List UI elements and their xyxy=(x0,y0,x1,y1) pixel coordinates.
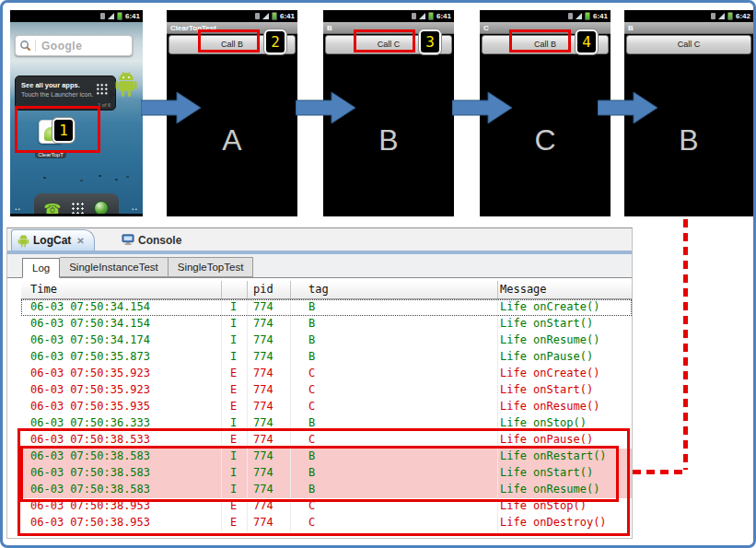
usb-icon xyxy=(412,13,416,19)
step-arrow-icon xyxy=(141,91,202,124)
tab-logcat[interactable]: LogCat ✕ xyxy=(11,229,95,251)
console-icon xyxy=(122,234,134,246)
log-row[interactable]: 06-03 07:50:34.174I774BLife onResume() xyxy=(21,332,632,349)
step-badge-4: 4 xyxy=(576,29,598,54)
clock-label: 6:41 xyxy=(125,10,140,22)
log-row[interactable]: 06-03 07:50:35.923E774CLife onStart() xyxy=(21,382,632,399)
google-logo-text: Google xyxy=(36,40,82,52)
log-row[interactable]: 06-03 07:50:35.935E774CLife onResume() xyxy=(21,399,632,415)
signal-icon xyxy=(576,13,582,19)
activity-letter: B xyxy=(323,123,454,157)
log-cell-level: E xyxy=(222,432,248,449)
log-cell-tag: B xyxy=(291,332,498,349)
filter-tab-bar: Log SingleInstanceTest SingleTopTest xyxy=(7,254,632,278)
log-row[interactable]: 06-03 07:50:38.583I774BLife onResume() xyxy=(21,482,632,498)
dock-dots-right: .. xyxy=(132,203,138,212)
tab-logcat-label: LogCat xyxy=(33,234,71,247)
log-cell-tag: B xyxy=(291,465,498,482)
log-cell-tag: C xyxy=(291,366,498,382)
google-search-widget[interactable]: Google xyxy=(15,35,133,56)
view-tab-bar: LogCat ✕ Console xyxy=(7,228,632,251)
log-row[interactable]: 06-03 07:50:38.953E774CLife onDestroy() xyxy=(21,515,632,531)
log-cell-tag: B xyxy=(291,299,498,316)
tab-singleinstancetest[interactable]: SingleInstanceTest xyxy=(60,257,169,277)
log-cell-time: 06-03 07:50:38.953 xyxy=(21,498,222,515)
log-cell-time: 06-03 07:50:38.533 xyxy=(21,432,222,449)
column-header-tag[interactable]: tag xyxy=(291,281,498,298)
log-cell-time: 06-03 07:50:35.923 xyxy=(21,366,222,382)
log-row[interactable]: 06-03 07:50:35.923E774CLife onCreate() xyxy=(21,366,632,382)
log-row[interactable]: 06-03 07:50:38.953E774CLife onStop() xyxy=(21,498,632,515)
log-cell-pid: 774 xyxy=(248,482,291,498)
dialer-icon[interactable]: ☎ xyxy=(44,202,62,216)
log-cell-message: Life onResume() xyxy=(498,332,632,349)
log-cell-pid: 774 xyxy=(248,382,291,399)
column-header-pid[interactable]: pid xyxy=(248,281,291,298)
log-row[interactable]: 06-03 07:50:38.533E774CLife onPause() xyxy=(21,432,632,449)
log-cell-level: I xyxy=(222,465,248,482)
log-cell-time: 06-03 07:50:38.583 xyxy=(21,482,222,498)
log-cell-level: I xyxy=(222,349,248,366)
battery-icon xyxy=(428,12,434,20)
log-cell-message: Life onPause() xyxy=(498,349,632,366)
log-cell-tag: B xyxy=(291,449,498,465)
battery-icon xyxy=(585,12,590,20)
log-row[interactable]: 06-03 07:50:35.873I774BLife onPause() xyxy=(21,349,632,366)
tab-console[interactable]: Console xyxy=(116,229,191,251)
log-row[interactable]: 06-03 07:50:38.583I774BLife onStart() xyxy=(21,465,632,482)
log-cell-level: E xyxy=(222,382,248,399)
log-row[interactable]: 06-03 07:50:36.333I774BLife onStop() xyxy=(21,415,632,432)
log-cell-pid: 774 xyxy=(248,366,291,382)
home-dock: ☎ xyxy=(34,193,119,216)
log-cell-time: 06-03 07:50:34.154 xyxy=(21,316,222,332)
log-cell-level: E xyxy=(222,515,248,531)
log-row[interactable]: 06-03 07:50:38.583I774BLife onRestart() xyxy=(21,449,632,465)
step-badge-2: 2 xyxy=(264,29,286,54)
log-cell-time: 06-03 07:50:38.583 xyxy=(21,465,222,482)
column-header-message[interactable]: Message xyxy=(498,281,632,298)
app-drawer-icon[interactable] xyxy=(71,202,85,216)
log-cell-pid: 774 xyxy=(248,349,291,366)
log-cell-pid: 774 xyxy=(248,332,291,349)
log-cell-pid: 774 xyxy=(248,465,291,482)
log-row[interactable]: 06-03 07:50:34.154I774BLife onStart() xyxy=(21,316,632,332)
usb-icon xyxy=(568,13,573,19)
tab-log[interactable]: Log xyxy=(22,258,60,278)
launcher-grid-icon xyxy=(96,83,109,96)
clock-label: 6:42 xyxy=(736,10,750,22)
log-cell-message: Life onStart() xyxy=(498,382,632,399)
clock-label: 6:41 xyxy=(436,10,451,22)
status-bar: 6:41 xyxy=(480,10,611,22)
call-c-button[interactable]: Call C xyxy=(626,35,751,54)
column-header-level[interactable] xyxy=(222,281,248,298)
log-cell-tag: C xyxy=(291,515,498,531)
log-cell-tag: C xyxy=(291,399,498,415)
dashed-arrow-vertical xyxy=(683,219,688,470)
log-cell-message: Life onStart() xyxy=(498,316,632,332)
activity-screen: C xyxy=(480,56,611,216)
log-table-header: Time pid tag Message xyxy=(21,281,632,299)
log-cell-time: 06-03 07:50:35.923 xyxy=(21,382,222,399)
log-cell-pid: 774 xyxy=(248,299,291,316)
usb-icon xyxy=(100,13,105,19)
highlight-box-call-b xyxy=(198,29,260,52)
log-cell-pid: 774 xyxy=(248,449,291,465)
log-cell-level: E xyxy=(222,399,248,415)
log-cell-time: 06-03 07:50:35.873 xyxy=(21,349,222,366)
log-cell-level: I xyxy=(222,415,248,432)
log-cell-pid: 774 xyxy=(248,515,291,531)
tab-singletoptest[interactable]: SingleTopTest xyxy=(169,257,254,277)
close-icon[interactable]: ✕ xyxy=(76,236,84,246)
highlight-box-call-b2 xyxy=(509,29,571,52)
browser-icon[interactable] xyxy=(94,201,109,216)
signal-icon xyxy=(718,13,725,19)
log-cell-level: I xyxy=(222,449,248,465)
highlight-box-call-c xyxy=(354,29,415,52)
log-cell-pid: 774 xyxy=(248,432,291,449)
log-cell-tag: B xyxy=(291,415,498,432)
signal-icon xyxy=(262,13,269,19)
log-cell-tag: C xyxy=(291,382,498,399)
log-row[interactable]: 06-03 07:50:34.154I774BLife onCreate() xyxy=(21,299,632,316)
usb-icon xyxy=(255,13,260,19)
column-header-time[interactable]: Time xyxy=(21,281,222,298)
